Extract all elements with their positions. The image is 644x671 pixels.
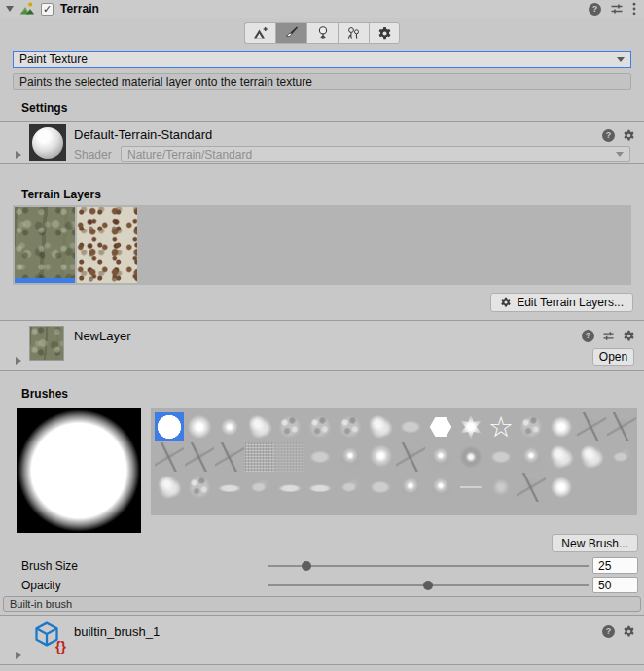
- chevron-down-icon: [617, 57, 625, 62]
- brush-38-diag[interactable]: [336, 473, 365, 502]
- new-brush-button-label: New Brush...: [561, 537, 628, 550]
- brush-26-blob-ring[interactable]: [456, 442, 485, 472]
- brush-size-slider[interactable]: [268, 565, 589, 567]
- brush-27-smudge[interactable]: [486, 442, 516, 472]
- brush-31-wedge[interactable]: [607, 442, 636, 472]
- terrain-layers-palette: [13, 205, 631, 285]
- edit-terrain-layers-button[interactable]: Edit Terrain Layers...: [490, 293, 633, 312]
- presets-icon[interactable]: [602, 330, 615, 342]
- paint-tool-dropdown[interactable]: Paint Texture: [13, 51, 631, 68]
- brush-17-tree[interactable]: [185, 442, 214, 472]
- brush-20-noise-faint[interactable]: [275, 442, 304, 472]
- brush-42-hline[interactable]: [456, 473, 485, 502]
- brush-5-mottle[interactable]: [305, 412, 335, 441]
- edit-terrain-layers-label: Edit Terrain Layers...: [517, 296, 624, 309]
- brush-25-splat-star[interactable]: [426, 442, 455, 472]
- brush-11-star-outline[interactable]: [486, 412, 516, 441]
- tool-terrain-settings[interactable]: [369, 22, 400, 44]
- tool-paint-trees[interactable]: [306, 22, 338, 44]
- brush-24-sprig[interactable]: [396, 442, 425, 472]
- tree-icon: [315, 25, 331, 41]
- opacity-value-field[interactable]: 50: [592, 577, 638, 593]
- new-layer-foldout-icon[interactable]: [16, 357, 21, 365]
- help-icon[interactable]: ?: [582, 330, 594, 342]
- brush-10-star6[interactable]: [456, 412, 485, 441]
- paint-tool-dropdown-value: Paint Texture: [19, 53, 88, 66]
- material-foldout-icon[interactable]: [16, 151, 21, 159]
- brush-2-dot[interactable]: [215, 412, 244, 441]
- foldout-expanded-icon[interactable]: [6, 6, 14, 12]
- scriptable-object-icon: {}: [33, 620, 64, 652]
- brush-size-value-field[interactable]: 25: [592, 557, 638, 574]
- builtin-brush-foldout-icon[interactable]: [16, 652, 21, 659]
- terrain-layer-tile-grass[interactable]: [15, 207, 75, 283]
- kebab-menu-icon[interactable]: [632, 2, 636, 16]
- brush-45-soft-dot2[interactable]: [547, 473, 576, 502]
- opacity-slider[interactable]: [268, 584, 589, 586]
- brush-36-squiggle[interactable]: [275, 473, 304, 502]
- brush-7-blobs[interactable]: [366, 412, 395, 441]
- brush-grid: [151, 408, 637, 515]
- help-icon[interactable]: ?: [589, 3, 601, 16]
- brush-33-fuzz2[interactable]: [185, 473, 214, 502]
- brush-28-splat-small[interactable]: [517, 442, 546, 472]
- brush-12-fuzz[interactable]: [517, 412, 546, 441]
- component-enabled-checkbox[interactable]: ✓: [41, 3, 54, 16]
- new-layer-name: NewLayer: [74, 329, 131, 343]
- brush-0-solid-circle[interactable]: [155, 412, 184, 441]
- brushes-section-label: Brushes: [21, 387, 68, 401]
- terrain-tool-toolbar: [244, 22, 400, 44]
- shader-label: Shader: [74, 148, 112, 161]
- brush-15-twig2[interactable]: [607, 412, 636, 441]
- tool-paint-details[interactable]: [338, 22, 369, 44]
- brush-32-blob3[interactable]: [155, 473, 184, 502]
- brush-3-cloud[interactable]: [245, 412, 274, 441]
- terrain-layers-section-label: Terrain Layers: [21, 188, 101, 201]
- brush-18-branch[interactable]: [215, 442, 244, 472]
- new-layer-thumbnail: [29, 326, 64, 361]
- new-brush-button[interactable]: New Brush...: [552, 534, 638, 552]
- gravel-texture-thumbnail: [77, 207, 137, 283]
- tool-create-neighbor-terrains[interactable]: [244, 22, 275, 44]
- help-icon[interactable]: ?: [602, 129, 615, 142]
- gear-icon[interactable]: [623, 129, 635, 142]
- brush-23-blob-bright[interactable]: [366, 442, 395, 472]
- terrain-layer-tile-gravel[interactable]: [77, 207, 137, 283]
- brush-13-soft-dot[interactable]: [547, 412, 576, 441]
- open-button-label: Open: [599, 350, 627, 364]
- brush-14-twig[interactable]: [577, 412, 606, 441]
- brush-34-swoosh[interactable]: [215, 473, 244, 502]
- opacity-slider-thumb[interactable]: [423, 581, 433, 590]
- brush-39-smudge2[interactable]: [366, 473, 395, 502]
- builtin-brush-field-value: Built-in brush: [10, 598, 72, 610]
- brush-22-splat[interactable]: [336, 442, 365, 472]
- brush-6-noise2[interactable]: [336, 412, 365, 441]
- brush-16-lightning[interactable]: [155, 442, 184, 472]
- gear-icon[interactable]: [623, 625, 635, 638]
- gear-icon: [500, 297, 512, 308]
- brush-30-blob2[interactable]: [577, 442, 606, 472]
- open-button[interactable]: Open: [592, 348, 634, 366]
- brush-8-streaks[interactable]: [396, 412, 425, 441]
- brush-19-noise-square[interactable]: [245, 442, 274, 472]
- brush-35-wedge2[interactable]: [245, 473, 274, 502]
- brush-44-scratch[interactable]: [517, 473, 546, 502]
- gear-icon[interactable]: [623, 330, 635, 342]
- brush-29-blob[interactable]: [547, 442, 576, 472]
- brush-40-splat-star2[interactable]: [396, 473, 425, 502]
- terrain-component-icon: [19, 1, 35, 17]
- brush-size-slider-thumb[interactable]: [302, 561, 311, 571]
- brush-41-splat-tail[interactable]: [426, 473, 455, 502]
- material-sphere-icon: [32, 127, 63, 159]
- brush-43-faint-dot[interactable]: [486, 473, 516, 502]
- help-icon[interactable]: ?: [602, 625, 615, 638]
- shader-dropdown-value: Nature/Terrain/Standard: [127, 148, 252, 161]
- brush-21-leaf[interactable]: [305, 442, 335, 472]
- presets-icon[interactable]: [610, 2, 624, 16]
- brush-37-swoosh2[interactable]: [305, 473, 335, 502]
- brush-9-hexagon[interactable]: [426, 412, 455, 441]
- brush-1-glow[interactable]: [185, 412, 214, 441]
- brush-4-noise[interactable]: [275, 412, 304, 441]
- opacity-value: 50: [598, 579, 611, 592]
- tool-paint-terrain[interactable]: [275, 22, 306, 44]
